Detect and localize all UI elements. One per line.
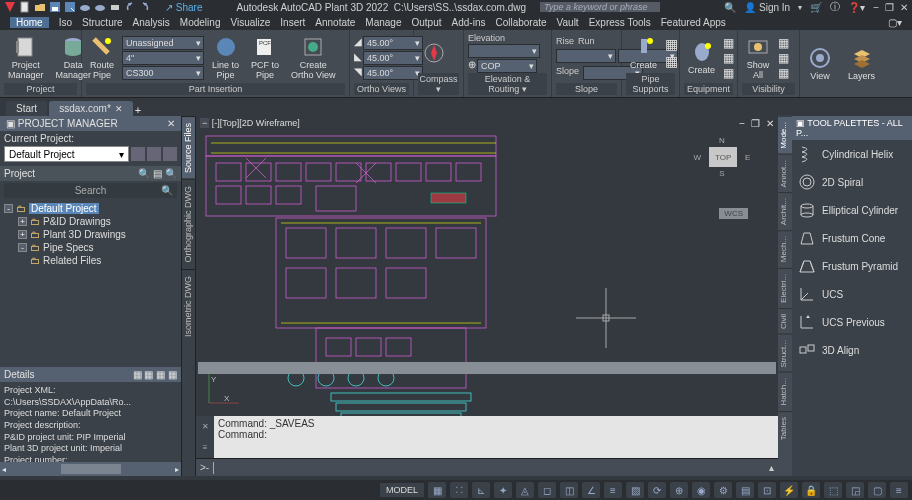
cmd-up-icon[interactable]: ▴ (769, 462, 774, 473)
status-lwt[interactable]: ≡ (604, 482, 622, 498)
tab-collaborate[interactable]: Collaborate (495, 17, 546, 28)
command-history[interactable]: Command: _SAVEAS Command: (214, 416, 778, 458)
status-transparency[interactable]: ▨ (626, 482, 644, 498)
expander-icon[interactable]: + (18, 217, 27, 226)
tool-2d-spiral[interactable]: 2D Spiral (792, 168, 912, 196)
saveas-icon[interactable] (64, 1, 76, 13)
ptab-civil[interactable]: Civil (778, 308, 792, 334)
tab-visualize[interactable]: Visualize (230, 17, 270, 28)
vis-sub2-icon[interactable]: ▦ (778, 51, 789, 65)
vp-close-icon[interactable]: ✕ (766, 118, 774, 129)
vtab-source-files[interactable]: Source Files (182, 116, 195, 179)
drawing-viewport[interactable]: − [-][Top][2D Wireframe] −❐✕ (196, 116, 778, 416)
cmd-nav-icon[interactable]: ✕ (202, 422, 209, 431)
new-icon[interactable] (19, 1, 31, 13)
view-button[interactable]: View (804, 44, 836, 84)
undo-icon[interactable] (124, 1, 136, 13)
search-input[interactable]: Type a keyword or phrase (540, 2, 660, 12)
vp-min-icon[interactable]: − (739, 118, 745, 129)
expander-icon[interactable]: + (18, 230, 27, 239)
new-tab-button[interactable]: + (135, 104, 141, 116)
status-isodraft[interactable]: ◬ (516, 482, 534, 498)
vis-sub1-icon[interactable]: ▦ (778, 36, 789, 50)
tool-elliptical-cylinder[interactable]: Elliptical Cylinder (792, 196, 912, 224)
equip-sub1-icon[interactable]: ▦ (723, 36, 734, 50)
tab-output[interactable]: Output (412, 17, 442, 28)
pcf-to-pipe-button[interactable]: PCFPCF to Pipe (247, 33, 283, 83)
tab-home[interactable]: Home (10, 17, 49, 28)
tab-annotate[interactable]: Annotate (315, 17, 355, 28)
rise-input[interactable] (556, 49, 616, 63)
minimize-button[interactable]: − (873, 2, 879, 13)
redo-icon[interactable] (139, 1, 151, 13)
ptab-archit[interactable]: Archit... (778, 192, 792, 230)
status-polar[interactable]: ✦ (494, 482, 512, 498)
tree-node-plant3d[interactable]: +🗀Plant 3D Drawings (18, 228, 177, 241)
vtab-ortho-dwg[interactable]: Orthographic DWG (182, 179, 195, 269)
support-sub2-icon[interactable]: ▦ (665, 53, 678, 69)
ptab-annot[interactable]: Annot... (778, 154, 792, 193)
tree-node-pipespecs[interactable]: -🗀Pipe Specs (18, 241, 177, 254)
ptab-tables[interactable]: Tables (778, 411, 792, 445)
search-icon[interactable]: 🔍 (724, 2, 736, 13)
equip-sub2-icon[interactable]: ▦ (723, 51, 734, 65)
tab-featured[interactable]: Featured Apps (661, 17, 726, 28)
viewcube[interactable]: N WTOPE S (692, 136, 752, 196)
ptab-modeling[interactable]: Mode... (778, 116, 792, 154)
save-icon[interactable] (49, 1, 61, 13)
tab-manage[interactable]: Manage (365, 17, 401, 28)
status-cycle[interactable]: ⟳ (648, 482, 666, 498)
status-clean[interactable]: ▢ (868, 482, 886, 498)
tool-frustum-pyramid[interactable]: Frustum Pyramid (792, 252, 912, 280)
ribbon-expand-icon[interactable]: ▢▾ (888, 17, 902, 28)
status-ortho[interactable]: ⊾ (472, 482, 490, 498)
doc-tab-start[interactable]: Start (6, 101, 47, 116)
status-otrack[interactable]: ∠ (582, 482, 600, 498)
tab-iso[interactable]: Iso (59, 17, 72, 28)
pm-toolbar-btn1[interactable] (131, 147, 145, 161)
ptab-hatch[interactable]: Hatch... (778, 372, 792, 411)
status-3dosnap[interactable]: ◫ (560, 482, 578, 498)
cloud-open-icon[interactable] (79, 1, 91, 13)
ptab-struct[interactable]: Struct... (778, 334, 792, 373)
line-to-pipe-button[interactable]: Line to Pipe (208, 33, 243, 83)
plot-icon[interactable] (109, 1, 121, 13)
pm-refresh-icon[interactable]: 🔍 (138, 168, 150, 179)
cloud-save-icon[interactable] (94, 1, 106, 13)
tool-ucs-previous[interactable]: UCS Previous (792, 308, 912, 336)
cop-dropdown[interactable]: COP (477, 59, 537, 73)
tab-insert[interactable]: Insert (280, 17, 305, 28)
create-ortho-button[interactable]: Create Ortho View (287, 33, 339, 83)
vp-restore-icon[interactable]: ❐ (751, 118, 760, 129)
pm-toolbar-btn3[interactable] (163, 147, 177, 161)
viewport-controls[interactable]: − [-][Top][2D Wireframe] (200, 118, 300, 128)
route-pipe-button[interactable]: Route Pipe (86, 33, 118, 83)
pm-close-icon[interactable]: ✕ (167, 118, 175, 129)
pm-toolbar-btn2[interactable] (147, 147, 161, 161)
tool-ucs[interactable]: UCS (792, 280, 912, 308)
app-store-icon[interactable]: 🛒 (810, 2, 822, 13)
ptab-mech[interactable]: Mech... (778, 230, 792, 267)
project-manager-button[interactable]: Project Manager (4, 33, 48, 83)
status-custom[interactable]: ≡ (890, 482, 908, 498)
expander-icon[interactable]: - (4, 204, 13, 213)
status-osnap[interactable]: ◻ (538, 482, 556, 498)
status-ws[interactable]: ⚙ (714, 482, 732, 498)
signin-button[interactable]: 👤 Sign In (744, 2, 790, 13)
app-menu-icon[interactable] (4, 1, 16, 13)
support-sub1-icon[interactable]: ▦ (665, 36, 678, 52)
size-dropdown[interactable]: 4" (122, 51, 204, 65)
tab-express[interactable]: Express Tools (589, 17, 651, 28)
status-iso[interactable]: ⬚ (824, 482, 842, 498)
layers-button[interactable]: Layers (844, 44, 879, 84)
share-button[interactable]: ↗ Share (165, 2, 202, 13)
wcs-badge[interactable]: WCS (719, 208, 748, 219)
tool-frustum-cone[interactable]: Frustum Cone (792, 224, 912, 252)
tab-vault[interactable]: Vault (557, 17, 579, 28)
tool-3d-align[interactable]: 3D Align (792, 336, 912, 364)
status-hw[interactable]: ◲ (846, 482, 864, 498)
pm-filter-icon[interactable]: ▤ (153, 168, 162, 179)
spec-dropdown[interactable]: CS300 (122, 66, 204, 80)
details-btn1[interactable]: ▦ (133, 369, 142, 380)
viewcube-top[interactable]: TOP (709, 147, 737, 167)
